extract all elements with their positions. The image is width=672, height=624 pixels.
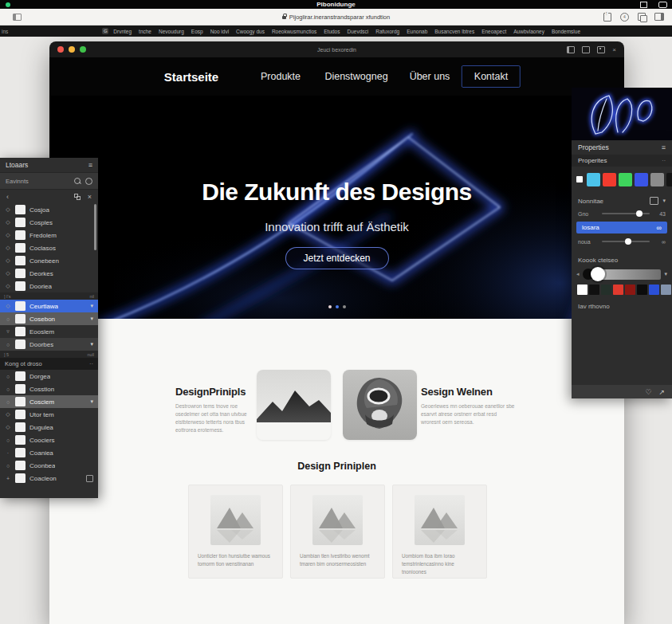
chevron-down-icon[interactable]: ▾	[90, 398, 93, 405]
layer-row[interactable]: ◇ Dooriea	[0, 280, 98, 292]
visibility-icon[interactable]: ◇	[5, 232, 11, 238]
visibility-icon[interactable]: ○	[5, 463, 11, 469]
palette-swatch[interactable]	[649, 285, 659, 295]
blend-mode-row[interactable]: Nonnitae ▾	[572, 194, 672, 207]
bookmark-item[interactable]: Duevdsci	[348, 29, 369, 34]
color-swatch[interactable]	[619, 173, 632, 186]
bookmark-item[interactable]: Noo idvl	[210, 29, 229, 34]
grid-view-icon[interactable]	[74, 194, 80, 199]
layer-row[interactable]: ◇ Dugulea	[0, 421, 98, 434]
bookmark-item[interactable]: Drvnteg	[113, 29, 132, 34]
chevron-down-icon[interactable]: ▾	[90, 341, 93, 347]
layer-row[interactable]: ◇ Cosjoa	[0, 203, 98, 216]
search-icon[interactable]	[74, 178, 81, 184]
carousel-dot[interactable]	[328, 305, 332, 308]
bookmark-item[interactable]: Auwbvlaoney	[513, 29, 544, 34]
carousel-dot-active[interactable]	[336, 305, 339, 308]
layer-row-highlighted[interactable]: ○ Cosciem ▾	[0, 395, 98, 408]
tab-overview-icon[interactable]	[638, 13, 646, 21]
hero-cta-button[interactable]: Jetzt entdecken	[285, 247, 388, 269]
layer-row[interactable]: ◇ Cosples	[0, 216, 98, 229]
visibility-icon[interactable]: ○	[5, 387, 11, 392]
more-icon[interactable]: ··	[662, 158, 666, 163]
filter-icon[interactable]	[85, 178, 92, 185]
palette-swatch[interactable]	[661, 285, 671, 295]
color-swatch[interactable]	[587, 173, 600, 186]
close-icon[interactable]: ×	[612, 47, 616, 53]
control-center-icon[interactable]	[658, 2, 667, 8]
color-swatch[interactable]	[666, 173, 672, 186]
visibility-icon[interactable]: ○	[5, 342, 11, 347]
palette-swatch[interactable]	[625, 285, 635, 295]
bookmark-item[interactable]: Cwoogy dus	[236, 29, 265, 34]
scrollbar[interactable]	[94, 204, 96, 250]
color-swatch[interactable]	[603, 173, 616, 186]
add-icon[interactable]: +	[5, 476, 11, 481]
close-icon[interactable]: ×	[88, 193, 92, 201]
bookmark-item[interactable]: Eosp	[191, 29, 203, 34]
layer-row[interactable]: ○ Coonbea	[0, 459, 98, 472]
address-bar[interactable]: Pijoglirar.ineranstrandsparar xfundtion	[0, 14, 672, 21]
layer-row[interactable]: ◇ Coclasos	[0, 241, 98, 254]
share-icon[interactable]	[603, 13, 611, 22]
bookmark-item[interactable]: Roeokwusmunctios	[272, 29, 316, 34]
bookmark-item[interactable]: Bondemslue	[552, 29, 580, 34]
visibility-icon[interactable]: ◇	[5, 283, 11, 289]
palette-swatch[interactable]	[637, 285, 647, 295]
display-icon[interactable]	[640, 2, 647, 8]
swap-icon[interactable]	[650, 197, 658, 205]
bookmark-item[interactable]: Rafuxordg	[375, 29, 399, 34]
split-view-icon[interactable]	[654, 13, 664, 21]
color-swatch[interactable]	[650, 173, 664, 186]
nav-link-produkte[interactable]: Produkte	[261, 71, 301, 82]
palette-swatch[interactable]	[589, 285, 599, 295]
nav-link-startseite[interactable]: Startseite	[164, 70, 218, 84]
visibility-icon[interactable]: ◇	[5, 206, 11, 213]
slider-track[interactable]	[602, 241, 650, 242]
layer-row[interactable]: ▿ Eooslem	[0, 325, 98, 338]
layer-row[interactable]: ○ Dorgea	[0, 370, 98, 383]
gradient-bar[interactable]	[597, 269, 662, 280]
nav-link-ueber-uns[interactable]: Über uns	[410, 71, 450, 82]
layout-icon[interactable]	[567, 46, 575, 53]
slider-track[interactable]	[602, 213, 650, 214]
bookmark-item[interactable]: tnche	[139, 29, 151, 34]
bookmark-item[interactable]: Eneoapect	[481, 29, 506, 34]
visibility-icon[interactable]: ○	[5, 316, 11, 322]
visibility-icon[interactable]: ◇	[5, 219, 11, 226]
bookmark-item[interactable]: Eunonab	[407, 29, 427, 34]
palette-swatch[interactable]	[577, 285, 588, 295]
menu-icon[interactable]: ≡	[88, 161, 92, 169]
collapse-icon[interactable]: ◂	[576, 271, 580, 277]
color-swatch[interactable]	[635, 173, 648, 186]
layer-row-selected[interactable]: ◇ Ceurtlawa ▾	[0, 300, 98, 312]
chevron-down-icon[interactable]: ▾	[662, 198, 666, 204]
menu-icon[interactable]: ≡	[662, 143, 666, 151]
bookmark-item[interactable]: Busancven lbtres	[434, 29, 474, 34]
visibility-icon[interactable]: ▿	[5, 328, 11, 335]
visibility-icon[interactable]: ○	[5, 399, 11, 405]
back-icon[interactable]: ‹	[6, 193, 9, 201]
export-icon[interactable]: ↗	[658, 388, 665, 396]
link-icon[interactable]	[86, 475, 93, 482]
layer-row[interactable]: ○ Doorbes ▾	[0, 338, 98, 351]
refresh-icon[interactable]	[597, 46, 605, 53]
layer-row[interactable]: ◇ Conebeen	[0, 254, 98, 267]
slider-knob[interactable]	[636, 210, 643, 217]
palette-swatch[interactable]	[601, 285, 611, 295]
downloads-icon[interactable]: 4	[620, 13, 629, 22]
current-color-chip[interactable]	[576, 176, 583, 182]
active-layer-row[interactable]: losara ∞	[576, 222, 667, 234]
palette-swatch[interactable]	[613, 285, 623, 295]
layer-row[interactable]: ◇ Utor tem	[0, 408, 98, 421]
layers-group-header[interactable]: Kong ot droso ··	[0, 358, 98, 370]
layer-row-highlighted[interactable]: ○ Cosebon ▾	[0, 312, 98, 325]
chevron-down-icon[interactable]: ▾	[90, 316, 93, 322]
layer-row[interactable]: + Coacleon	[0, 472, 98, 485]
visibility-icon[interactable]: ○	[5, 374, 11, 379]
like-icon[interactable]: ♡	[645, 388, 651, 396]
layer-row[interactable]: ◇ Fredolem	[0, 229, 98, 241]
layer-row[interactable]: ○ Cosstion	[0, 383, 98, 395]
visibility-icon[interactable]: ◇	[5, 257, 11, 264]
chevron-down-icon[interactable]: ▾	[664, 271, 667, 277]
